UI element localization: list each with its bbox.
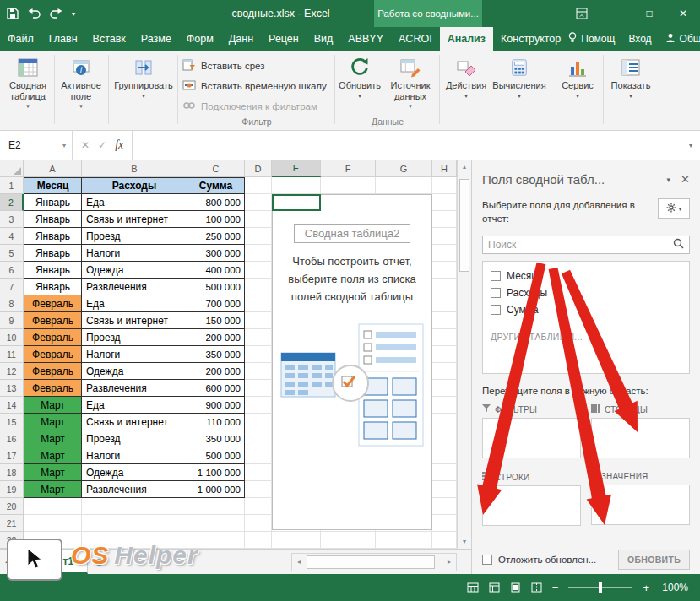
formula-bar-expand-button[interactable]: ▾ (681, 131, 700, 160)
row-header-14[interactable]: 14 (0, 397, 24, 414)
ribbon-tab-5-данн[interactable]: Данн (221, 27, 261, 51)
sign-in-button[interactable]: Вход (628, 33, 651, 45)
zoom-level[interactable]: 100% (659, 582, 688, 593)
hscroll-left-arrow[interactable]: ◂ (292, 554, 306, 571)
cell-A8[interactable]: Февраль (24, 295, 82, 312)
pivot-table-button[interactable]: Сводная таблица ▾ (3, 51, 52, 126)
cell-C12[interactable]: 200 000 (187, 363, 245, 380)
formula-input[interactable] (133, 131, 681, 160)
cell-A5[interactable]: Январь (24, 245, 82, 262)
cell-C21[interactable] (187, 515, 245, 532)
help-button[interactable]: Помощ (568, 32, 615, 46)
cell-H6[interactable] (432, 262, 457, 279)
area-dropzone-столбцы[interactable] (591, 418, 690, 458)
row-header-10[interactable]: 10 (0, 329, 24, 346)
cell-A11[interactable]: Февраль (24, 346, 82, 363)
name-box[interactable]: E2 ▾ (0, 131, 73, 160)
row-header-16[interactable]: 16 (0, 430, 24, 447)
add-sheet-button[interactable]: ⊕ (88, 555, 111, 568)
cell-D1[interactable] (245, 177, 272, 194)
cell-H2[interactable] (432, 194, 457, 211)
cell-H14[interactable] (432, 397, 457, 414)
field-item-расходы[interactable]: Расходы (491, 284, 681, 301)
ribbon-tab-8-abbyy[interactable]: ABBYY (340, 27, 391, 51)
cell-G1[interactable] (376, 177, 432, 194)
contextual-tab-group[interactable]: Работа со сводными... (374, 0, 482, 27)
cell-B14[interactable]: Еда (82, 397, 187, 414)
calculations-button[interactable]: Вычисления ▾ (491, 51, 547, 126)
cell-D22[interactable] (245, 532, 272, 549)
cell-B22[interactable] (82, 532, 187, 549)
cell-A7[interactable]: Январь (24, 279, 82, 295)
ribbon-tab-10-анализ[interactable]: Анализ (440, 27, 493, 51)
row-header-13[interactable]: 13 (0, 380, 24, 397)
column-header-G[interactable]: G (376, 160, 432, 177)
search-input[interactable] (488, 239, 673, 251)
cell-C18[interactable]: 1 100 000 (187, 464, 245, 481)
cell-B3[interactable]: Связь и интернет (82, 211, 187, 228)
row-header-18[interactable]: 18 (0, 464, 24, 481)
insert-slicer-button[interactable]: Вставить срез (182, 57, 265, 74)
fields-tools-button[interactable]: ▾ (658, 198, 690, 219)
cell-H10[interactable] (432, 329, 457, 346)
cell-B12[interactable]: Одежда (82, 363, 187, 380)
cell-A20[interactable] (24, 498, 82, 515)
row-header-20[interactable]: 20 (0, 498, 24, 515)
horizontal-scrollbar[interactable]: ◂ ▸ (291, 553, 457, 571)
cell-A9[interactable]: Февраль (24, 312, 82, 329)
cell-B5[interactable]: Налоги (82, 245, 187, 262)
qat-customize-button[interactable]: ▾ (72, 10, 75, 18)
cell-D12[interactable] (245, 363, 272, 380)
area-dropzone-строки[interactable] (482, 485, 581, 526)
cell-B6[interactable]: Одежда (82, 262, 187, 279)
update-button[interactable]: ОБНОВИТЬ (618, 550, 690, 570)
cell-B4[interactable]: Проезд (82, 228, 187, 245)
ribbon-tab-11-конструктор[interactable]: Конструктор (493, 27, 568, 51)
row-header-15[interactable]: 15 (0, 414, 24, 430)
column-header-H[interactable]: H (432, 160, 457, 177)
column-header-E[interactable]: E (272, 160, 321, 177)
row-header-8[interactable]: 8 (0, 295, 24, 312)
cell-C14[interactable]: 900 000 (187, 397, 245, 414)
actions-button[interactable]: Действия ▾ (442, 51, 490, 126)
cell-B9[interactable]: Связь и интернет (82, 312, 187, 329)
cell-D5[interactable] (245, 245, 272, 262)
active-field-button[interactable]: i Активное поле ▾ (57, 51, 106, 126)
row-header-4[interactable]: 4 (0, 228, 24, 245)
cell-C7[interactable]: 500 000 (187, 279, 245, 295)
cell-H13[interactable] (432, 380, 457, 397)
ribbon-tab-3-разме[interactable]: Разме (133, 27, 179, 51)
ribbon-tab-4-форм[interactable]: Форм (179, 27, 221, 51)
cell-C9[interactable]: 150 000 (187, 312, 245, 329)
cell-H22[interactable] (432, 532, 457, 549)
cell-A1[interactable]: Месяц (24, 177, 82, 194)
group-button[interactable]: Группировать ▾ (111, 51, 176, 126)
insert-function-button[interactable]: fx (115, 138, 123, 152)
cell-A18[interactable]: Март (24, 464, 82, 481)
field-item-месяц[interactable]: Месяц (491, 268, 681, 284)
row-header-2[interactable]: 2 (0, 194, 24, 211)
cell-C5[interactable]: 300 000 (187, 245, 245, 262)
cell-D4[interactable] (245, 228, 272, 245)
cell-A17[interactable]: Март (24, 447, 82, 464)
row-header-6[interactable]: 6 (0, 262, 24, 279)
save-button[interactable] (7, 8, 19, 19)
cell-H9[interactable] (432, 312, 457, 329)
cell-A16[interactable]: Март (24, 430, 82, 447)
cell-C11[interactable]: 350 000 (187, 346, 245, 363)
column-header-F[interactable]: F (321, 160, 376, 177)
cell-B18[interactable]: Одежда (82, 464, 187, 481)
cell-B11[interactable]: Налоги (82, 346, 187, 363)
zoom-slider[interactable] (568, 587, 632, 588)
cell-C20[interactable] (187, 498, 245, 515)
refresh-button[interactable]: Обновить ▾ (338, 51, 382, 116)
row-header-12[interactable]: 12 (0, 363, 24, 380)
cell-D10[interactable] (245, 329, 272, 346)
row-header-17[interactable]: 17 (0, 447, 24, 464)
cell-C22[interactable] (187, 532, 245, 549)
hscroll-right-arrow[interactable]: ▸ (442, 554, 456, 571)
cell-A2[interactable]: Январь (24, 194, 82, 211)
cell-B19[interactable]: Развлечения (82, 481, 187, 498)
cell-D11[interactable] (245, 346, 272, 363)
cell-H1[interactable] (432, 177, 457, 194)
